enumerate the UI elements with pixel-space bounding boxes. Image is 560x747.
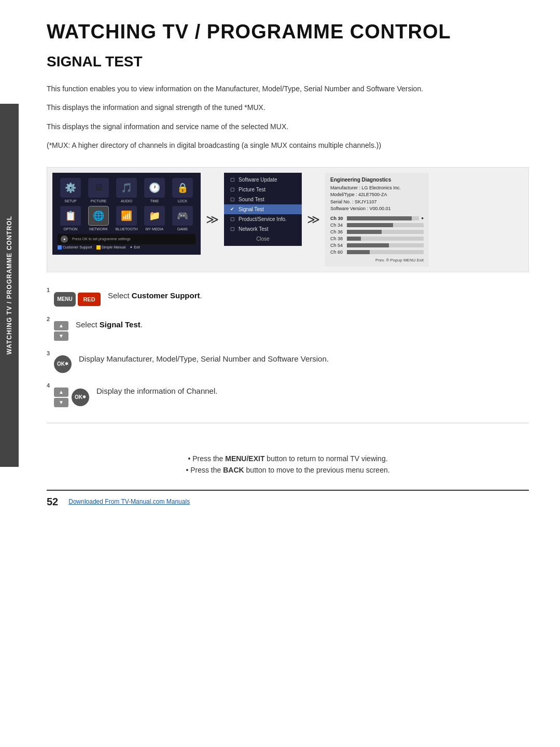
ch-34-label: Ch 34 xyxy=(330,223,345,228)
ch-38-bar-container xyxy=(347,237,424,241)
ch-36-bar xyxy=(347,230,382,234)
menu-row-2: 📋 OPTION 🌐 NETWORK 📶 BLUETOOTH 📁 MY MEDI… xyxy=(58,206,195,231)
game-icon: 🎮 xyxy=(172,206,193,226)
nav-up-arrow[interactable]: ▲ xyxy=(54,321,68,330)
step-4: 4 ▲ ▼ OK✱ Display the information of Cha… xyxy=(47,383,529,407)
step-3: 3 OK✱ Display Manufacturer, Model/Type, … xyxy=(47,351,529,373)
red-button[interactable]: RED xyxy=(78,293,101,306)
step-3-number: 3 xyxy=(47,350,50,356)
ch-54-bar xyxy=(347,243,389,247)
eng-serial: Serial No. : SKJY1107 xyxy=(330,199,424,206)
network-test-check: ▢ xyxy=(229,226,235,231)
menu-item-audio: 🎵 AUDIO xyxy=(114,178,139,203)
menu-button[interactable]: MENU xyxy=(54,292,76,307)
step-2-bold: Signal Test xyxy=(100,320,141,329)
submenu-close[interactable]: Close xyxy=(224,234,302,244)
arrow-right-1: ≫ xyxy=(204,212,221,227)
ch-38-bar xyxy=(347,237,361,241)
eng-info: Manufacturer : LG Electronics Inc. Model… xyxy=(330,185,424,213)
tv-screenshot: ⚙️ SETUP 🖥 PICTURE 🎵 AUDIO 🕐 TIME 🔒 xyxy=(47,167,529,272)
eng-title: Engineering Diagnostics xyxy=(330,177,424,183)
description-1: This function enables you to view inform… xyxy=(47,83,529,94)
eng-footer: Prev. ® Popup MENU Exit xyxy=(330,258,424,262)
menu-item-mymedia: 📁 MY MEDIA xyxy=(142,206,167,231)
footer-link[interactable]: Downloaded From TV-Manual.com Manuals xyxy=(68,498,190,505)
step-2: 2 ▲ ▼ Select Signal Test. xyxy=(47,317,529,341)
bluetooth-label: BLUETOOTH xyxy=(116,227,138,231)
mymedia-icon: 📁 xyxy=(144,206,165,226)
submenu-item-sound-test[interactable]: ▢ Sound Test xyxy=(224,195,302,204)
nav-cluster-2: ▲ ▼ xyxy=(54,321,68,341)
ch-54-label: Ch 54 xyxy=(330,243,345,248)
menu-item-lock: 🔒 LOCK xyxy=(170,178,195,203)
submenu-item-picture-test[interactable]: ▢ Picture Test xyxy=(224,185,302,195)
ch-row-36: Ch 36 xyxy=(330,229,424,234)
submenu-item-network-test[interactable]: ▢ Network Test xyxy=(224,224,302,234)
nav-cluster-4: ▲ ▼ xyxy=(54,388,68,407)
step-2-icons: 2 ▲ ▼ xyxy=(47,317,68,341)
menu-bottom-text: Press OK to set programme settings xyxy=(72,237,131,241)
submenu-item-signal-test[interactable]: ✔ Signal Test xyxy=(224,204,302,214)
steps-section: 1 MENU RED Select Customer Support. 2 ▲ … xyxy=(47,288,529,407)
ok-circle-icon: ● xyxy=(61,236,68,243)
bottom-note-1: • Press the MENU/EXIT button to return t… xyxy=(47,454,529,463)
lock-label: LOCK xyxy=(177,199,187,203)
sidebar: WATCHING TV / PROGRAMME CONTROL xyxy=(0,104,19,467)
arrow-right-2: ≫ xyxy=(305,212,322,227)
bluetooth-icon: 📶 xyxy=(116,206,137,226)
footer-key-2: Simple Manual xyxy=(96,245,125,250)
divider xyxy=(47,423,529,423)
product-info-check: ▢ xyxy=(229,216,235,222)
ch-30-bar-container xyxy=(347,216,419,220)
menu-panel: ⚙️ SETUP 🖥 PICTURE 🎵 AUDIO 🕐 TIME 🔒 xyxy=(52,173,201,255)
footer-key-3: ✦ Exit xyxy=(130,245,140,250)
section-title: SIGNAL TEST xyxy=(47,53,529,70)
ok-button-3[interactable]: OK✱ xyxy=(54,355,72,373)
submenu-panel: ▢ Software Update ▢ Picture Test ▢ Sound… xyxy=(224,173,302,246)
step-3-text: Display Manufacturer, Model/Type, Serial… xyxy=(79,351,329,365)
menu-footer-keys: Customer Support Simple Manual ✦ Exit xyxy=(58,245,195,250)
lock-icon: 🔒 xyxy=(172,178,193,198)
description-2: This displays the information and signal… xyxy=(47,102,529,113)
nav-up-arrow-4[interactable]: ▲ xyxy=(54,388,68,397)
yellow-key-icon xyxy=(96,245,101,250)
network-label: NETWORK xyxy=(89,227,108,231)
bottom-note-2: • Press the BACK button to move to the p… xyxy=(47,466,529,474)
step-2-text: Select Signal Test. xyxy=(76,317,143,331)
ch-36-bar-container xyxy=(347,230,424,234)
footer-key-2-label: Simple Manual xyxy=(102,245,125,249)
ch-60-bar-container xyxy=(347,250,424,254)
submenu-label-picture-test: Picture Test xyxy=(239,187,265,192)
picture-label: PICTURE xyxy=(91,199,107,203)
step-2-number: 2 xyxy=(47,316,50,322)
nav-down-arrow-4[interactable]: ▼ xyxy=(54,398,68,407)
menu-item-network: 🌐 NETWORK xyxy=(86,206,111,231)
step-1-text: Select Customer Support. xyxy=(108,288,202,302)
mymedia-label: MY MEDIA xyxy=(146,227,164,231)
submenu-item-software-update[interactable]: ▢ Software Update xyxy=(224,175,302,185)
signal-test-check: ✔ xyxy=(229,206,235,212)
blue-key-icon xyxy=(58,245,62,250)
ch-30-dot: ● xyxy=(421,216,424,220)
menu-item-time: 🕐 TIME xyxy=(142,178,167,203)
menu-bottom-bar: ● Press OK to set programme settings xyxy=(58,234,195,244)
ch-row-34: Ch 34 xyxy=(330,223,424,228)
step-4-text: Display the information of Channel. xyxy=(96,383,217,397)
menu-item-option: 📋 OPTION xyxy=(58,206,83,231)
ok-button-4[interactable]: OK✱ xyxy=(72,389,89,406)
menu-item-bluetooth: 📶 BLUETOOTH xyxy=(114,206,139,231)
ch-34-bar-container xyxy=(347,223,424,227)
audio-label: AUDIO xyxy=(121,199,132,203)
nav-down-arrow[interactable]: ▼ xyxy=(54,331,68,341)
ch-54-bar-container xyxy=(347,243,424,247)
submenu-label-product-info: Product/Service Info. xyxy=(239,216,287,222)
time-icon: 🕐 xyxy=(144,178,165,198)
ch-34-bar xyxy=(347,223,393,227)
option-label: OPTION xyxy=(64,227,78,231)
bottom-notes: • Press the MENU/EXIT button to return t… xyxy=(47,454,529,474)
engineering-panel: Engineering Diagnostics Manufacturer : L… xyxy=(325,173,429,267)
sound-test-check: ▢ xyxy=(229,197,235,202)
submenu-label-sound-test: Sound Test xyxy=(239,197,264,202)
game-label: GAME xyxy=(177,227,188,231)
submenu-item-product-info[interactable]: ▢ Product/Service Info. xyxy=(224,214,302,224)
